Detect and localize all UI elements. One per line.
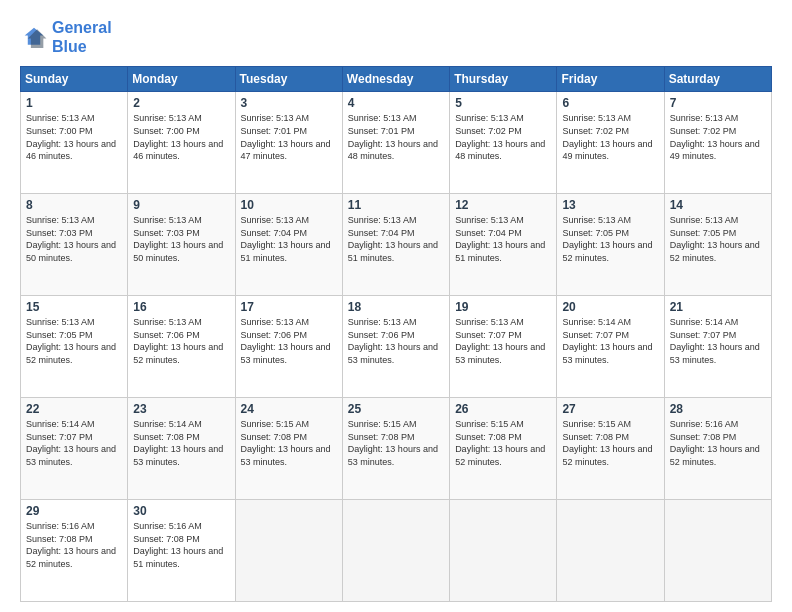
day-info: Sunrise: 5:13 AMSunset: 7:01 PMDaylight:… — [348, 112, 444, 162]
header-row: SundayMondayTuesdayWednesdayThursdayFrid… — [21, 67, 772, 92]
day-info: Sunrise: 5:13 AMSunset: 7:01 PMDaylight:… — [241, 112, 337, 162]
calendar-cell: 13Sunrise: 5:13 AMSunset: 7:05 PMDayligh… — [557, 194, 664, 296]
day-info: Sunrise: 5:13 AMSunset: 7:03 PMDaylight:… — [26, 214, 122, 264]
logo: General Blue — [20, 18, 112, 56]
day-number: 8 — [26, 198, 122, 212]
day-info: Sunrise: 5:15 AMSunset: 7:08 PMDaylight:… — [455, 418, 551, 468]
day-number: 13 — [562, 198, 658, 212]
day-header-sunday: Sunday — [21, 67, 128, 92]
calendar-week-3: 15Sunrise: 5:13 AMSunset: 7:05 PMDayligh… — [21, 296, 772, 398]
day-info: Sunrise: 5:13 AMSunset: 7:04 PMDaylight:… — [455, 214, 551, 264]
calendar-cell: 22Sunrise: 5:14 AMSunset: 7:07 PMDayligh… — [21, 398, 128, 500]
day-header-wednesday: Wednesday — [342, 67, 449, 92]
calendar-cell: 23Sunrise: 5:14 AMSunset: 7:08 PMDayligh… — [128, 398, 235, 500]
calendar-cell: 6Sunrise: 5:13 AMSunset: 7:02 PMDaylight… — [557, 92, 664, 194]
day-number: 18 — [348, 300, 444, 314]
day-info: Sunrise: 5:13 AMSunset: 7:04 PMDaylight:… — [348, 214, 444, 264]
day-info: Sunrise: 5:13 AMSunset: 7:02 PMDaylight:… — [455, 112, 551, 162]
calendar-cell: 24Sunrise: 5:15 AMSunset: 7:08 PMDayligh… — [235, 398, 342, 500]
calendar-cell — [557, 500, 664, 602]
page: General Blue SundayMondayTuesdayWednesda… — [0, 0, 792, 612]
day-number: 9 — [133, 198, 229, 212]
calendar-cell: 18Sunrise: 5:13 AMSunset: 7:06 PMDayligh… — [342, 296, 449, 398]
calendar-cell: 17Sunrise: 5:13 AMSunset: 7:06 PMDayligh… — [235, 296, 342, 398]
calendar-cell: 30Sunrise: 5:16 AMSunset: 7:08 PMDayligh… — [128, 500, 235, 602]
day-info: Sunrise: 5:14 AMSunset: 7:07 PMDaylight:… — [562, 316, 658, 366]
header: General Blue — [20, 18, 772, 56]
day-number: 14 — [670, 198, 766, 212]
day-number: 11 — [348, 198, 444, 212]
day-info: Sunrise: 5:13 AMSunset: 7:06 PMDaylight:… — [348, 316, 444, 366]
day-number: 1 — [26, 96, 122, 110]
day-info: Sunrise: 5:14 AMSunset: 7:08 PMDaylight:… — [133, 418, 229, 468]
calendar-cell: 25Sunrise: 5:15 AMSunset: 7:08 PMDayligh… — [342, 398, 449, 500]
day-number: 30 — [133, 504, 229, 518]
calendar-cell: 15Sunrise: 5:13 AMSunset: 7:05 PMDayligh… — [21, 296, 128, 398]
day-info: Sunrise: 5:15 AMSunset: 7:08 PMDaylight:… — [348, 418, 444, 468]
calendar-cell — [664, 500, 771, 602]
calendar-cell: 28Sunrise: 5:16 AMSunset: 7:08 PMDayligh… — [664, 398, 771, 500]
calendar-cell: 10Sunrise: 5:13 AMSunset: 7:04 PMDayligh… — [235, 194, 342, 296]
day-number: 23 — [133, 402, 229, 416]
calendar-cell: 29Sunrise: 5:16 AMSunset: 7:08 PMDayligh… — [21, 500, 128, 602]
day-info: Sunrise: 5:13 AMSunset: 7:00 PMDaylight:… — [26, 112, 122, 162]
day-number: 3 — [241, 96, 337, 110]
day-number: 12 — [455, 198, 551, 212]
calendar-cell: 3Sunrise: 5:13 AMSunset: 7:01 PMDaylight… — [235, 92, 342, 194]
day-info: Sunrise: 5:13 AMSunset: 7:03 PMDaylight:… — [133, 214, 229, 264]
calendar-cell: 7Sunrise: 5:13 AMSunset: 7:02 PMDaylight… — [664, 92, 771, 194]
day-info: Sunrise: 5:13 AMSunset: 7:05 PMDaylight:… — [26, 316, 122, 366]
day-number: 2 — [133, 96, 229, 110]
calendar-week-1: 1Sunrise: 5:13 AMSunset: 7:00 PMDaylight… — [21, 92, 772, 194]
day-header-monday: Monday — [128, 67, 235, 92]
day-info: Sunrise: 5:15 AMSunset: 7:08 PMDaylight:… — [562, 418, 658, 468]
day-info: Sunrise: 5:13 AMSunset: 7:07 PMDaylight:… — [455, 316, 551, 366]
day-number: 22 — [26, 402, 122, 416]
day-header-friday: Friday — [557, 67, 664, 92]
day-number: 17 — [241, 300, 337, 314]
day-info: Sunrise: 5:13 AMSunset: 7:06 PMDaylight:… — [241, 316, 337, 366]
calendar-cell: 27Sunrise: 5:15 AMSunset: 7:08 PMDayligh… — [557, 398, 664, 500]
day-number: 4 — [348, 96, 444, 110]
day-info: Sunrise: 5:14 AMSunset: 7:07 PMDaylight:… — [670, 316, 766, 366]
day-number: 5 — [455, 96, 551, 110]
calendar-cell: 26Sunrise: 5:15 AMSunset: 7:08 PMDayligh… — [450, 398, 557, 500]
calendar-cell: 16Sunrise: 5:13 AMSunset: 7:06 PMDayligh… — [128, 296, 235, 398]
calendar-cell: 9Sunrise: 5:13 AMSunset: 7:03 PMDaylight… — [128, 194, 235, 296]
calendar-cell — [342, 500, 449, 602]
day-header-thursday: Thursday — [450, 67, 557, 92]
day-info: Sunrise: 5:13 AMSunset: 7:04 PMDaylight:… — [241, 214, 337, 264]
day-number: 6 — [562, 96, 658, 110]
day-number: 16 — [133, 300, 229, 314]
day-number: 26 — [455, 402, 551, 416]
day-info: Sunrise: 5:16 AMSunset: 7:08 PMDaylight:… — [133, 520, 229, 570]
calendar-week-5: 29Sunrise: 5:16 AMSunset: 7:08 PMDayligh… — [21, 500, 772, 602]
calendar-cell: 12Sunrise: 5:13 AMSunset: 7:04 PMDayligh… — [450, 194, 557, 296]
day-info: Sunrise: 5:13 AMSunset: 7:05 PMDaylight:… — [670, 214, 766, 264]
day-header-tuesday: Tuesday — [235, 67, 342, 92]
calendar-cell: 5Sunrise: 5:13 AMSunset: 7:02 PMDaylight… — [450, 92, 557, 194]
day-number: 25 — [348, 402, 444, 416]
day-info: Sunrise: 5:13 AMSunset: 7:02 PMDaylight:… — [670, 112, 766, 162]
day-number: 20 — [562, 300, 658, 314]
day-info: Sunrise: 5:13 AMSunset: 7:02 PMDaylight:… — [562, 112, 658, 162]
calendar-week-4: 22Sunrise: 5:14 AMSunset: 7:07 PMDayligh… — [21, 398, 772, 500]
day-number: 10 — [241, 198, 337, 212]
calendar-week-2: 8Sunrise: 5:13 AMSunset: 7:03 PMDaylight… — [21, 194, 772, 296]
day-info: Sunrise: 5:16 AMSunset: 7:08 PMDaylight:… — [26, 520, 122, 570]
day-number: 29 — [26, 504, 122, 518]
day-number: 24 — [241, 402, 337, 416]
day-header-saturday: Saturday — [664, 67, 771, 92]
day-number: 21 — [670, 300, 766, 314]
calendar-cell: 11Sunrise: 5:13 AMSunset: 7:04 PMDayligh… — [342, 194, 449, 296]
calendar-cell: 2Sunrise: 5:13 AMSunset: 7:00 PMDaylight… — [128, 92, 235, 194]
calendar-cell: 19Sunrise: 5:13 AMSunset: 7:07 PMDayligh… — [450, 296, 557, 398]
day-number: 19 — [455, 300, 551, 314]
day-info: Sunrise: 5:16 AMSunset: 7:08 PMDaylight:… — [670, 418, 766, 468]
day-info: Sunrise: 5:14 AMSunset: 7:07 PMDaylight:… — [26, 418, 122, 468]
day-number: 7 — [670, 96, 766, 110]
logo-icon — [20, 23, 48, 51]
calendar-cell — [450, 500, 557, 602]
logo-text: General Blue — [52, 18, 112, 56]
calendar-cell: 14Sunrise: 5:13 AMSunset: 7:05 PMDayligh… — [664, 194, 771, 296]
